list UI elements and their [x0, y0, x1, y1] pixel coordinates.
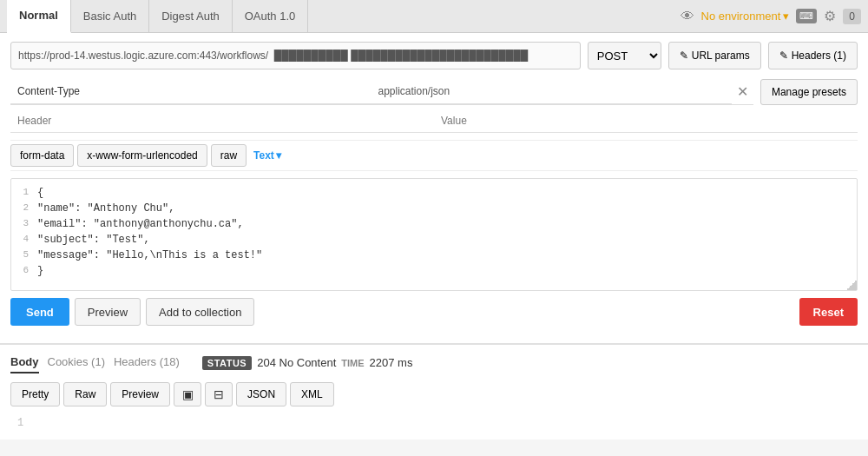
add-to-collection-button[interactable]: Add to collection: [146, 298, 254, 326]
xml-button[interactable]: XML: [290, 382, 334, 406]
response-line-number: 1: [17, 417, 23, 429]
urlencoded-tab[interactable]: x-www-form-urlencoded: [77, 144, 207, 167]
header-placeholder-input[interactable]: [10, 109, 434, 133]
columns-icon-button[interactable]: ⊟: [205, 382, 233, 406]
environment-selector[interactable]: No environment ▾: [701, 10, 790, 23]
tab-oauth[interactable]: OAuth 1.0: [233, 0, 309, 33]
content-type-value-input[interactable]: [371, 78, 731, 104]
url-row: POST GET PUT DELETE PATCH ✎ URL params ✎…: [10, 42, 858, 69]
raw-tab[interactable]: raw: [211, 144, 247, 167]
response-format-row: Pretty Raw Preview ▣ ⊟ JSON XML: [10, 382, 858, 406]
headers-button[interactable]: ✎ Headers (1): [768, 42, 858, 69]
time-badge: TIME: [341, 358, 364, 368]
send-button[interactable]: Send: [10, 298, 69, 326]
json-button[interactable]: JSON: [236, 382, 286, 406]
preview-button[interactable]: Preview: [75, 298, 141, 326]
main-content: POST GET PUT DELETE PATCH ✎ URL params ✎…: [0, 33, 868, 343]
code-line: 1 {: [11, 186, 857, 202]
reset-button[interactable]: Reset: [799, 298, 858, 326]
code-line: 3 "email": "anthony@anthonychu.ca",: [11, 217, 857, 233]
pretty-button[interactable]: Pretty: [10, 382, 60, 406]
response-tabs-row: Body Cookies (1) Headers (18) STATUS 204…: [10, 352, 858, 373]
response-section: Body Cookies (1) Headers (18) STATUS 204…: [0, 343, 868, 439]
edit-icon: ✎: [680, 50, 688, 62]
edit-icon-2: ✎: [779, 50, 788, 62]
tab-digest-auth[interactable]: Digest Auth: [149, 0, 233, 33]
code-line: 6 }: [11, 264, 857, 280]
headers-section: ✕ Manage presets: [10, 78, 858, 133]
notification-counter: 0: [843, 9, 861, 24]
chevron-down-icon: ▾: [783, 10, 789, 23]
body-type-tabs: form-data x-www-form-urlencoded raw Text…: [10, 140, 858, 171]
code-line: 5 "message": "Hello,\nThis is a test!": [11, 248, 857, 264]
code-editor[interactable]: 1 { 2 "name": "Anthony Chu", 3 "email": …: [10, 178, 858, 291]
tab-basic-auth[interactable]: Basic Auth: [71, 0, 149, 33]
content-type-key-input[interactable]: [10, 78, 371, 104]
empty-header-row: [10, 109, 858, 133]
clear-header-button[interactable]: ✕: [732, 83, 753, 100]
gear-icon[interactable]: ⚙: [824, 8, 836, 24]
action-row: Send Preview Add to collection Reset: [10, 298, 858, 326]
code-line: 4 "subject": "Test",: [11, 233, 857, 248]
tab-normal[interactable]: Normal: [7, 0, 71, 33]
response-headers-tab[interactable]: Headers (18): [114, 352, 180, 373]
status-value: 204 No Content: [257, 356, 336, 369]
top-nav: Normal Basic Auth Digest Auth OAuth 1.0 …: [0, 0, 868, 33]
wrap-icon-button[interactable]: ▣: [174, 382, 201, 406]
preview-format-button[interactable]: Preview: [110, 382, 170, 406]
time-value: 2207 ms: [370, 356, 413, 369]
url-params-button[interactable]: ✎ URL params: [668, 42, 761, 69]
method-select[interactable]: POST GET PUT DELETE PATCH: [588, 42, 661, 69]
url-input[interactable]: [10, 42, 581, 69]
columns-icon: ⊟: [214, 387, 224, 401]
status-badge: STATUS: [202, 356, 252, 370]
wrap-icon: ▣: [182, 387, 194, 401]
text-dropdown[interactable]: Text ▾: [250, 149, 285, 162]
response-cookies-tab[interactable]: Cookies (1): [48, 352, 105, 373]
response-body: 1: [10, 413, 858, 433]
response-body-tab[interactable]: Body: [10, 352, 39, 373]
chevron-down-icon-2: ▾: [276, 149, 281, 162]
text-label: Text: [253, 149, 274, 162]
resize-handle[interactable]: [846, 280, 857, 290]
keyboard-icon[interactable]: ⌨: [796, 9, 817, 23]
code-lines: 1 { 2 "name": "Anthony Chu", 3 "email": …: [11, 186, 857, 280]
environment-label: No environment: [701, 10, 781, 23]
code-line: 2 "name": "Anthony Chu",: [11, 202, 857, 217]
raw-button[interactable]: Raw: [63, 382, 107, 406]
manage-presets-button[interactable]: Manage presets: [760, 79, 858, 105]
value-placeholder-input[interactable]: [434, 109, 858, 133]
form-data-tab[interactable]: form-data: [10, 144, 74, 167]
eye-icon[interactable]: 👁: [681, 9, 694, 24]
